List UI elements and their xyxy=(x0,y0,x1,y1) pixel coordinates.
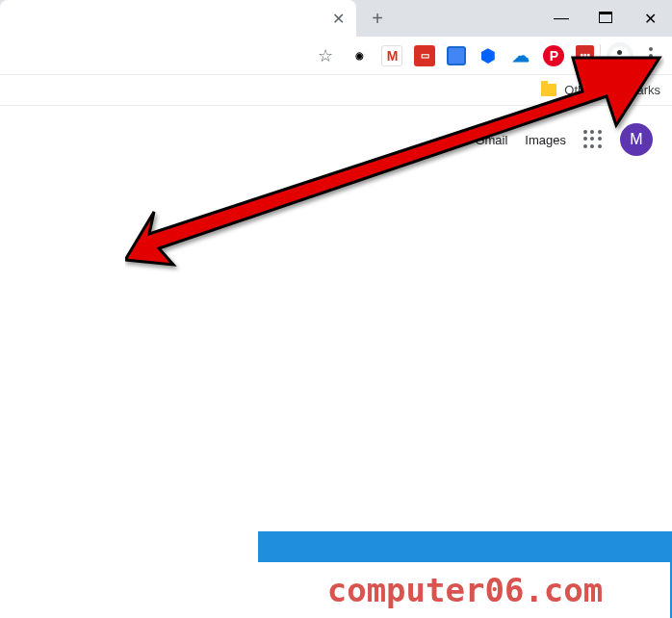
close-window-button[interactable]: ✕ xyxy=(628,0,672,37)
google-apps-icon[interactable] xyxy=(583,130,603,149)
extension-icons: ◉ ▭ ⬢ ☁ P ••• xyxy=(349,45,594,66)
toolbar-divider xyxy=(600,44,601,67)
gmail-icon[interactable] xyxy=(381,45,402,66)
active-tab[interactable]: ✕ xyxy=(0,0,356,37)
tab-strip: ✕ + — 🗖 ✕ xyxy=(0,0,672,37)
gmail-link[interactable]: Gmail xyxy=(475,133,507,147)
google-account-avatar[interactable]: M xyxy=(620,123,653,156)
other-bookmarks-button[interactable]: Other bookmarks xyxy=(564,83,660,97)
new-tab-button[interactable]: + xyxy=(364,5,391,32)
minimize-button[interactable]: — xyxy=(539,0,583,37)
chrome-webstore-icon[interactable]: ◉ xyxy=(349,45,370,66)
window-controls: — 🗖 ✕ xyxy=(539,0,672,37)
profile-button[interactable] xyxy=(607,42,633,69)
watermark: computer06.com xyxy=(258,531,672,618)
google-header-links: Gmail Images M xyxy=(0,106,672,173)
bookmark-star-icon[interactable]: ☆ xyxy=(310,45,341,66)
pinterest-icon[interactable]: P xyxy=(543,45,564,66)
chrome-menu-button[interactable] xyxy=(637,42,664,69)
watermark-bar-top xyxy=(258,531,672,560)
bookmarks-bar: Other bookmarks xyxy=(0,75,672,106)
blue-extension-icon[interactable] xyxy=(447,46,466,65)
folder-icon xyxy=(541,84,556,96)
lastpass-icon[interactable]: ••• xyxy=(576,45,594,66)
dropbox-icon[interactable]: ⬢ xyxy=(478,45,499,66)
onedrive-icon[interactable]: ☁ xyxy=(510,45,531,66)
maximize-button[interactable]: 🗖 xyxy=(583,0,628,37)
watermark-text: computer06.com xyxy=(258,560,672,618)
close-tab-icon[interactable]: ✕ xyxy=(332,10,345,28)
images-link[interactable]: Images xyxy=(525,133,566,147)
red-doc-icon[interactable]: ▭ xyxy=(414,45,435,66)
toolbar: ☆ ◉ ▭ ⬢ ☁ P ••• xyxy=(0,37,672,75)
profile-avatar-icon xyxy=(610,46,630,65)
